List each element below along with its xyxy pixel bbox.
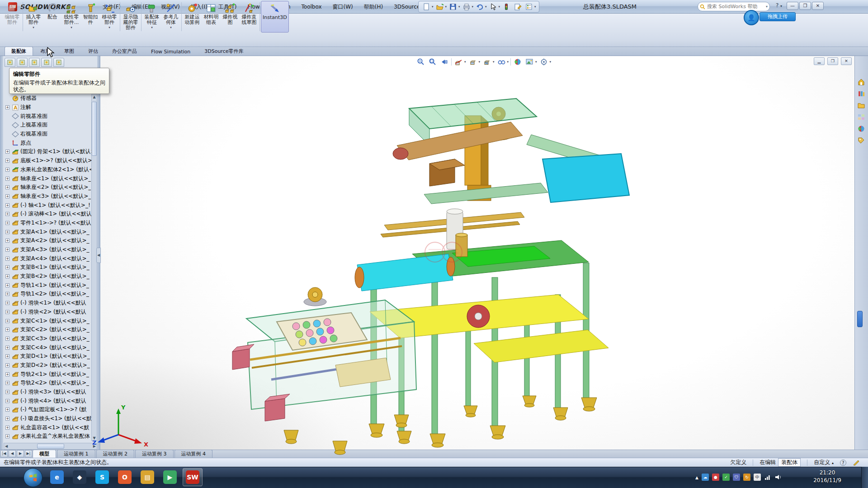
expand-icon[interactable]: + bbox=[5, 248, 9, 252]
ribbon-dropdown-icon[interactable]: ▾ bbox=[33, 26, 34, 29]
view-settings-icon[interactable] bbox=[539, 57, 549, 66]
taskbar-app-browser[interactable]: O bbox=[115, 468, 135, 486]
tree-item[interactable]: +支架A<2> (默认<<默认>_ bbox=[4, 236, 91, 245]
tree-item[interactable]: +轴承座<2> (默认<<默认>_ bbox=[4, 183, 91, 192]
appearances-icon[interactable] bbox=[513, 57, 523, 66]
expand-icon[interactable]: + bbox=[5, 337, 9, 341]
tree-item[interactable]: +支架C<2> (默认<<默认>_ bbox=[4, 325, 91, 334]
expand-icon[interactable]: + bbox=[5, 105, 9, 109]
ribbon-dropdown-icon[interactable]: ▾ bbox=[108, 26, 110, 29]
search-input[interactable]: 搜索 SolidWorks 帮助 ▾ bbox=[698, 2, 770, 11]
ribbon-button-bom[interactable]: 材料明细表 bbox=[202, 1, 221, 33]
doc-close-button[interactable]: ✕ bbox=[841, 57, 852, 65]
expand-icon[interactable]: + bbox=[5, 319, 9, 323]
tree-item[interactable]: +支架B<1> (默认<<默认>_ bbox=[4, 263, 91, 272]
zoom-area-icon[interactable] bbox=[428, 57, 438, 66]
expand-icon[interactable]: + bbox=[5, 159, 9, 163]
ribbon-tab-5[interactable]: 办公室产品 bbox=[105, 47, 144, 56]
task-pane-scroll-thumb[interactable] bbox=[857, 311, 863, 327]
traffic-light-icon[interactable] bbox=[501, 2, 511, 12]
bottom-tab-4[interactable]: 运动算例 3 bbox=[135, 450, 174, 458]
display-manager-tab-icon[interactable] bbox=[53, 58, 64, 67]
ribbon-button-instant3d[interactable]: Instant3D bbox=[261, 1, 289, 33]
ribbon-tab-4[interactable]: 评估 bbox=[81, 47, 105, 56]
tree-item[interactable]: +(-) 滑块<3> (默认<<默认 bbox=[4, 388, 91, 397]
ribbon-button-mate[interactable]: 配合 bbox=[43, 1, 62, 33]
show-desktop-button[interactable] bbox=[861, 467, 868, 488]
network-icon[interactable] bbox=[764, 474, 771, 480]
graphics-viewport[interactable] bbox=[100, 56, 854, 458]
custom-properties-icon[interactable] bbox=[856, 136, 866, 145]
bottom-tab-1[interactable]: 模型 bbox=[33, 450, 56, 458]
menu-item-9[interactable]: 帮助(H) bbox=[359, 0, 388, 14]
tree-item[interactable]: +支架A<4> (默认<<默认>_ bbox=[4, 254, 91, 263]
ribbon-button-show-hidden[interactable]: 显示隐藏的零部件 bbox=[121, 1, 140, 33]
zoom-fit-icon[interactable] bbox=[416, 57, 426, 66]
taskbar-app-file-explorer[interactable]: ▤ bbox=[137, 468, 157, 486]
expand-icon[interactable]: + bbox=[5, 230, 9, 234]
ribbon-button-linear-pattern[interactable]: 线性零部件...▾ bbox=[62, 1, 81, 33]
input-icon[interactable]: 中 bbox=[754, 474, 761, 481]
tree-item[interactable]: +支架C<4> (默认<<默认>_ bbox=[4, 343, 91, 352]
drag-upload-button[interactable]: 拖拽上传 bbox=[760, 12, 796, 21]
ribbon-button-insert-component[interactable]: 插入零部件▾ bbox=[24, 1, 43, 33]
tree-item[interactable]: +(-) 滑块<4> (默认<<默认 bbox=[4, 396, 91, 405]
ribbon-button-motion-study[interactable]: 新建运动算例 bbox=[183, 1, 202, 33]
save-dropdown-icon[interactable]: ▾ bbox=[458, 5, 460, 9]
ribbon-button-exploded-view[interactable]: 爆炸视图 bbox=[221, 1, 240, 33]
scene-icon[interactable] bbox=[524, 57, 534, 66]
expand-icon[interactable]: + bbox=[5, 257, 9, 261]
section-view-dropdown-icon[interactable]: ▾ bbox=[464, 60, 466, 64]
ribbon-tab-6[interactable]: Flow Simulation bbox=[144, 47, 197, 56]
taskbar-app-internet-explorer[interactable]: e bbox=[47, 468, 67, 486]
tree-item[interactable]: +支架C<1> (默认<<默认>_ bbox=[4, 316, 91, 325]
ribbon-button-reference-geometry[interactable]: 参考几何体▾ bbox=[161, 1, 180, 33]
green-dot-icon[interactable]: ✓ bbox=[722, 474, 730, 481]
dimxpert-tab-icon[interactable] bbox=[41, 58, 52, 67]
tree-item[interactable]: +水果礼盒盖^水果礼盒装配体 bbox=[4, 432, 91, 441]
expand-icon[interactable]: + bbox=[5, 150, 9, 154]
tree-item[interactable]: 右视基准面 bbox=[4, 130, 91, 139]
volume-icon[interactable] bbox=[774, 474, 782, 480]
expand-icon[interactable]: + bbox=[5, 381, 9, 385]
ribbon-tab-7[interactable]: 3DSource零件库 bbox=[198, 47, 250, 56]
expand-icon[interactable]: + bbox=[5, 292, 9, 296]
scroll-up-icon[interactable]: ▲ bbox=[92, 95, 97, 99]
scroll-right-icon[interactable]: ▶ bbox=[93, 444, 96, 448]
window-minimize-button[interactable]: — bbox=[787, 2, 798, 10]
bottom-tab-2[interactable]: 运动算例 1 bbox=[57, 450, 95, 458]
panel-collapse-button[interactable]: ◀ bbox=[96, 248, 101, 263]
tree-item[interactable]: +支架B<2> (默认<<默认>_ bbox=[4, 272, 91, 281]
expand-icon[interactable]: + bbox=[5, 265, 9, 269]
menu-item-8[interactable]: 窗口(W) bbox=[327, 0, 359, 14]
doc-restore-button[interactable]: ❐ bbox=[827, 57, 838, 65]
ribbon-button-smart-fastener[interactable]: 智能扣件 bbox=[81, 1, 100, 33]
scroll-down-icon[interactable]: ▼ bbox=[92, 436, 97, 440]
ribbon-button-explode-sketch[interactable]: 爆炸直线草图 bbox=[240, 1, 259, 33]
print-dropdown-icon[interactable]: ▾ bbox=[472, 5, 474, 9]
property-manager-tab-icon[interactable] bbox=[17, 58, 28, 67]
tree-item[interactable]: 上视基准面 bbox=[4, 121, 91, 130]
ribbon-tab-1[interactable]: 装配体 bbox=[5, 47, 33, 56]
ribbon-dropdown-icon[interactable]: ▾ bbox=[170, 26, 172, 29]
hide-show-items-icon[interactable] bbox=[496, 57, 506, 66]
options-dropdown-icon[interactable]: ▾ bbox=[534, 5, 536, 9]
window-restore-button[interactable]: ❐ bbox=[799, 2, 811, 10]
ribbon-button-edit-component[interactable]: 编辑零部件 bbox=[3, 1, 22, 33]
solidworks-resources-icon[interactable] bbox=[856, 77, 866, 87]
tree-item[interactable]: +支架A<3> (默认<<默认>_ bbox=[4, 245, 91, 254]
expand-icon[interactable]: + bbox=[5, 239, 9, 243]
file-properties-icon[interactable] bbox=[513, 2, 523, 12]
tree-scroll-thumb[interactable] bbox=[92, 102, 97, 156]
tree-item[interactable]: +导轨2<2> (默认<<默认>_ bbox=[4, 379, 91, 388]
view-orientation-dropdown-icon[interactable]: ▾ bbox=[479, 60, 481, 64]
tree-item[interactable]: +(-) 气缸固定板<1>->? (默 bbox=[4, 405, 91, 414]
expand-icon[interactable]: + bbox=[5, 301, 9, 305]
tree-item[interactable]: +支架C<3> (默认<<默认>_ bbox=[4, 334, 91, 343]
tree-hscroll-thumb[interactable] bbox=[37, 444, 64, 449]
shield-icon[interactable]: 🛡 bbox=[733, 474, 740, 481]
open-icon[interactable] bbox=[435, 2, 445, 12]
tree-item[interactable]: +(-) 滑块<2> (默认<<默认 bbox=[4, 308, 91, 317]
appearances-sphere-icon[interactable] bbox=[856, 124, 866, 134]
upload-user-icon[interactable]: 👤 bbox=[744, 10, 759, 25]
